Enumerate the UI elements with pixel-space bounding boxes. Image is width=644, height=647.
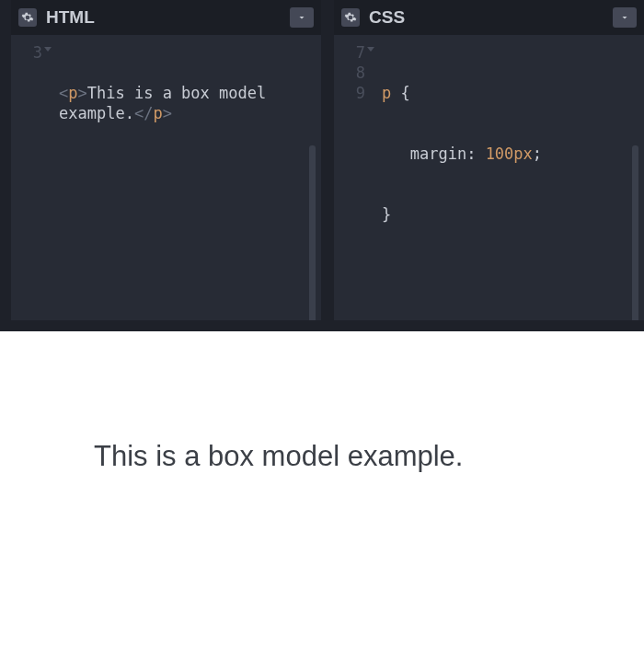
line-number: 7 [356, 43, 365, 62]
scrollbar[interactable] [632, 145, 638, 320]
css-panel-header: CSS [334, 0, 644, 35]
line-number: 3 [33, 43, 42, 62]
editors-row: HTML 3 <p>This is a box model example.</… [0, 0, 644, 331]
html-code[interactable]: <p>This is a box model example.</p> [46, 42, 321, 320]
fold-icon[interactable] [44, 47, 52, 52]
line-number: 8 [356, 64, 365, 82]
css-code[interactable]: p { margin: 100px; } [369, 42, 644, 320]
css-panel-title: CSS [369, 7, 405, 28]
preview-paragraph: This is a box model example. [94, 440, 644, 473]
chevron-down-icon[interactable] [613, 7, 637, 28]
html-panel: HTML 3 <p>This is a box model example.</… [11, 0, 321, 320]
css-panel: CSS 7 8 9 p { margin: 100px; } [334, 0, 644, 320]
gear-icon[interactable] [18, 8, 37, 27]
html-panel-header: HTML [11, 0, 321, 35]
line-number: 9 [356, 84, 365, 102]
html-panel-title: HTML [46, 7, 95, 28]
chevron-down-icon[interactable] [290, 7, 314, 28]
css-code-area[interactable]: 7 8 9 p { margin: 100px; } [334, 35, 644, 320]
preview-pane: This is a box model example. [0, 331, 644, 647]
gear-icon[interactable] [341, 8, 360, 27]
html-gutter: 3 [11, 42, 46, 320]
html-code-area[interactable]: 3 <p>This is a box model example.</p> [11, 35, 321, 320]
scrollbar[interactable] [309, 145, 316, 320]
css-gutter: 7 8 9 [334, 42, 369, 320]
fold-icon[interactable] [367, 47, 374, 52]
preview-content: This is a box model example. [0, 331, 644, 473]
